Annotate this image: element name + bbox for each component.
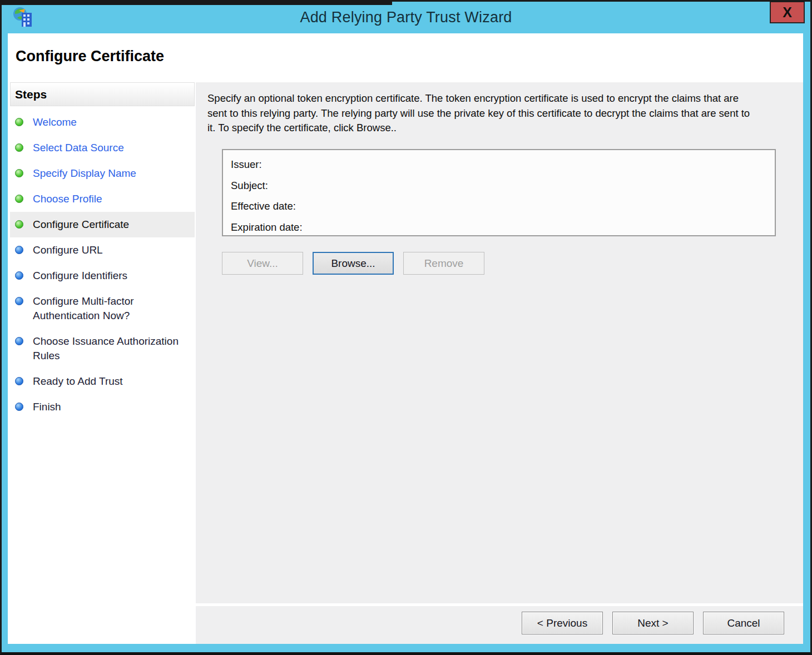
step-bullet-icon [15,403,23,411]
footer-bar: < PreviousNext >Cancel [196,606,803,644]
footer-buttons: < PreviousNext >Cancel [522,612,784,634]
steps-heading: Steps [10,82,195,106]
titlebar: Add Relying Party Trust Wizard X [2,2,810,33]
certificate-actions: View...Browse...Remove [222,252,484,275]
view-button: View... [222,252,303,275]
sidebar-item-configure-multi-factor-authentication-now: Configure Multi-factor Authentication No… [10,289,195,329]
step-label: Choose Issuance Authorization Rules [33,334,192,363]
step-label: Choose Profile [33,192,102,206]
sidebar-item-choose-profile[interactable]: Choose Profile [10,186,195,212]
step-bullet-icon [15,246,23,254]
wizard-window: Add Relying Party Trust Wizard X Configu… [0,0,812,655]
step-label: Configure Multi-factor Authentication No… [33,294,192,323]
sidebar-item-finish: Finish [10,394,195,420]
remove-button: Remove [403,252,484,275]
step-label: Configure Certificate [33,217,129,232]
browse-button[interactable]: Browse... [313,252,394,275]
sidebar-item-configure-identifiers: Configure Identifiers [10,263,195,289]
step-label: Ready to Add Trust [33,374,123,389]
certificate-field-subject: Subject: [231,178,767,193]
page-title: Configure Certificate [16,48,164,65]
certificate-field-issuer: Issuer: [231,157,767,172]
step-bullet-icon [15,169,23,177]
sidebar-item-configure-certificate: Configure Certificate [10,212,195,237]
step-label: Specify Display Name [33,166,136,181]
certificate-fields: Issuer:Subject:Effective date:Expiration… [223,150,775,242]
step-label: Finish [33,400,61,414]
main-pane: Specify an optional token encryption cer… [196,82,803,603]
step-bullet-icon [15,377,23,385]
step-bullet-icon [15,143,23,152]
step-label: Welcome [33,115,77,130]
steps-sidebar: Steps WelcomeSelect Data SourceSpecify D… [10,82,195,644]
field-label: Subject: [231,178,268,193]
close-button[interactable]: X [770,2,805,23]
sidebar-item-choose-issuance-authorization-rules: Choose Issuance Authorization Rules [10,329,195,369]
step-label: Configure Identifiers [33,269,127,283]
steps-list: WelcomeSelect Data SourceSpecify Display… [10,110,195,420]
certificate-box: Issuer:Subject:Effective date:Expiration… [222,149,776,236]
next-button[interactable]: Next > [612,612,694,634]
step-bullet-icon [15,271,23,280]
step-bullet-icon [15,337,23,345]
wizard-content: Configure Certificate Steps WelcomeSelec… [8,33,803,644]
sidebar-item-ready-to-add-trust: Ready to Add Trust [10,369,195,394]
previous-button[interactable]: < Previous [522,612,603,634]
field-label: Issuer: [231,157,262,172]
sidebar-item-configure-url: Configure URL [10,237,195,263]
step-bullet-icon [15,195,23,203]
sidebar-item-specify-display-name[interactable]: Specify Display Name [10,161,195,186]
step-label: Select Data Source [33,141,124,155]
step-bullet-icon [15,297,23,305]
field-label: Effective date: [231,199,296,214]
window-title: Add Relying Party Trust Wizard [2,2,810,33]
step-bullet-icon [15,118,23,126]
page-header: Configure Certificate [8,33,803,82]
field-label: Expiration date: [231,220,303,235]
cancel-button[interactable]: Cancel [703,612,784,634]
certificate-field-expiration-date: Expiration date: [231,220,767,235]
certificate-field-effective-date: Effective date: [231,199,767,214]
sidebar-item-welcome[interactable]: Welcome [10,110,195,135]
page-description: Specify an optional token encryption cer… [207,91,755,136]
step-bullet-icon [15,220,23,229]
background-window-artifact [0,0,392,5]
sidebar-item-select-data-source[interactable]: Select Data Source [10,135,195,161]
step-label: Configure URL [33,243,103,257]
